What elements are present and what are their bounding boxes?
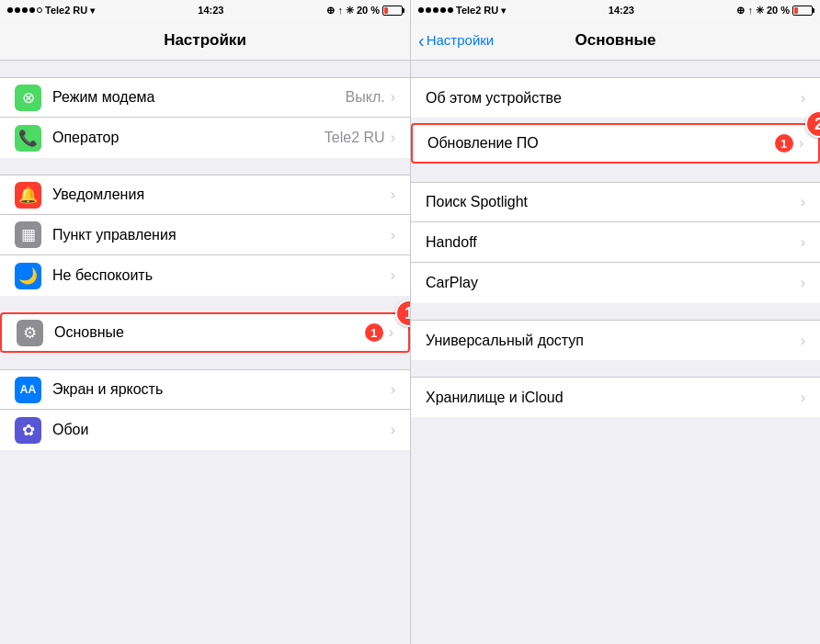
signal-dots-right <box>418 7 453 13</box>
list-item-handoff[interactable]: Handoff › <box>411 222 820 263</box>
rdot1 <box>418 7 424 13</box>
status-left: Tele2 RU ▾ <box>7 5 95 16</box>
back-label: Настройки <box>427 32 495 48</box>
item-label-about: Об этом устройстве <box>426 90 801 107</box>
item-label-control: Пункт управления <box>52 227 391 243</box>
item-label-modem: Режим модема <box>52 89 346 106</box>
arrow-icon-left: ↑ <box>337 5 343 16</box>
back-button[interactable]: ‹ Настройки <box>418 31 494 50</box>
general-badge: 1 <box>365 323 383 342</box>
item-value-operator: Tele2 RU <box>325 130 385 146</box>
settings-list-left[interactable]: ⊗ Режим модема Выкл. › 📞 Оператор Tele2 … <box>0 61 410 644</box>
chevron-handoff: › <box>801 234 805 251</box>
item-label-dnd: Не беспокоить <box>52 267 391 284</box>
dnd-icon: 🌙 <box>15 263 41 289</box>
item-label-carplay: CarPlay <box>426 275 801 291</box>
item-label-display: Экран и яркость <box>52 381 391 398</box>
chevron-control: › <box>391 227 395 243</box>
nav-bar-right: ‹ Настройки Основные <box>411 20 820 61</box>
battery-fill-left <box>384 7 388 14</box>
item-label-wallpaper: Обои <box>52 422 391 438</box>
section-notifications: 🔔 Уведомления › ▦ Пункт управления › 🌙 Н… <box>0 175 410 296</box>
list-item-notifications[interactable]: 🔔 Уведомления › <box>0 175 410 215</box>
gap2-left <box>0 158 410 175</box>
list-item-storage[interactable]: Хранилище и iCloud › <box>411 377 820 417</box>
number-badge-1: 1 <box>395 299 410 327</box>
chevron-display: › <box>391 381 395 398</box>
chevron-modem: › <box>391 89 395 106</box>
display-icon: AA <box>15 377 41 403</box>
chevron-accessibility: › <box>801 333 805 349</box>
list-item-display[interactable]: AA Экран и яркость › <box>0 369 410 410</box>
general-icon: ⚙ <box>17 320 43 346</box>
list-item-carplay[interactable]: CarPlay › <box>411 263 820 303</box>
section-accessibility: Универсальный доступ › <box>411 320 820 360</box>
battery-fill-right <box>794 7 798 14</box>
item-label-notifications: Уведомления <box>52 186 391 203</box>
gap4-left <box>0 353 410 369</box>
gap4-right <box>411 303 820 320</box>
time-right: 14:23 <box>609 5 634 16</box>
list-item-spotlight[interactable]: Поиск Spotlight › <box>411 182 820 222</box>
list-item-operator[interactable]: 📞 Оператор Tele2 RU › <box>0 118 410 158</box>
item-label-operator: Оператор <box>52 130 325 146</box>
dot1 <box>7 7 13 13</box>
gap3-left <box>0 296 410 312</box>
left-panel: Tele2 RU ▾ 14:23 ⊕ ↑ ✳ 20 % Настройки ⊗ … <box>0 0 410 644</box>
dot4 <box>29 7 35 13</box>
chevron-operator: › <box>391 130 395 146</box>
chevron-update: › <box>799 135 803 152</box>
back-chevron: ‹ <box>418 31 425 50</box>
battery-label-right: 20 % <box>767 5 790 16</box>
list-item-general[interactable]: ⚙ Основные 1 › <box>0 312 410 353</box>
status-bar-left: Tele2 RU ▾ 14:23 ⊕ ↑ ✳ 20 % <box>0 0 410 20</box>
gap5-right <box>411 360 820 377</box>
update-badge: 1 <box>775 134 793 153</box>
number-badge-2: 2 <box>805 110 820 138</box>
status-bar-right: Tele2 RU ▾ 14:23 ⊕ ↑ ✳ 20 % <box>411 0 820 20</box>
carrier-right: Tele2 RU <box>456 5 498 16</box>
chevron-general: › <box>389 324 393 341</box>
rdot5 <box>448 7 453 13</box>
dot5 <box>37 7 42 13</box>
list-item-accessibility[interactable]: Универсальный доступ › <box>411 320 820 360</box>
gap3-right <box>411 165 820 182</box>
section-spotlight: Поиск Spotlight › Handoff › CarPlay › <box>411 182 820 303</box>
chevron-dnd: › <box>391 267 395 284</box>
section-update: Обновление ПО 1 › 2 <box>411 123 820 164</box>
wifi-icon-right: ▾ <box>501 6 506 16</box>
location-icon-left: ⊕ <box>326 5 335 17</box>
item-value-modem: Выкл. <box>346 89 385 106</box>
list-item-modem[interactable]: ⊗ Режим модема Выкл. › <box>0 77 410 118</box>
item-label-general: Основные <box>54 324 365 341</box>
right-panel: Tele2 RU ▾ 14:23 ⊕ ↑ ✳ 20 % ‹ Настройки … <box>410 0 820 644</box>
page-title-left: Настройки <box>164 31 246 50</box>
rdot2 <box>426 7 431 13</box>
nav-bar-left: Настройки <box>0 20 410 61</box>
status-right-left: ⊕ ↑ ✳ 20 % <box>326 5 403 17</box>
dot3 <box>22 7 28 13</box>
notifications-icon: 🔔 <box>15 182 41 209</box>
list-item-control[interactable]: ▦ Пункт управления › <box>0 215 410 255</box>
list-item-about[interactable]: Об этом устройстве › <box>411 77 820 118</box>
chevron-notifications: › <box>391 186 395 203</box>
gap1-left <box>0 61 410 77</box>
location-icon-right: ⊕ <box>736 5 745 17</box>
list-item-update[interactable]: Обновление ПО 1 › <box>411 123 820 164</box>
badge-circle-2: 2 <box>805 110 820 138</box>
section-display: AA Экран и яркость › ✿ Обои › <box>0 369 410 450</box>
battery-icon-left <box>382 6 403 16</box>
item-label-handoff: Handoff <box>426 234 801 251</box>
rdot4 <box>440 7 446 13</box>
list-item-wallpaper[interactable]: ✿ Обои › <box>0 410 410 450</box>
section-modem: ⊗ Режим модема Выкл. › 📞 Оператор Tele2 … <box>0 77 410 158</box>
page-title-right: Основные <box>575 31 655 50</box>
section-storage: Хранилище и iCloud › <box>411 377 820 417</box>
operator-icon: 📞 <box>15 125 41 152</box>
dot2 <box>15 7 20 13</box>
gap2-right <box>411 118 820 121</box>
settings-list-right[interactable]: Об этом устройстве › Обновление ПО 1 › 2 <box>411 61 820 644</box>
chevron-wallpaper: › <box>391 422 395 438</box>
battery-label-left: 20 % <box>357 5 380 16</box>
list-item-dnd[interactable]: 🌙 Не беспокоить › <box>0 255 410 296</box>
